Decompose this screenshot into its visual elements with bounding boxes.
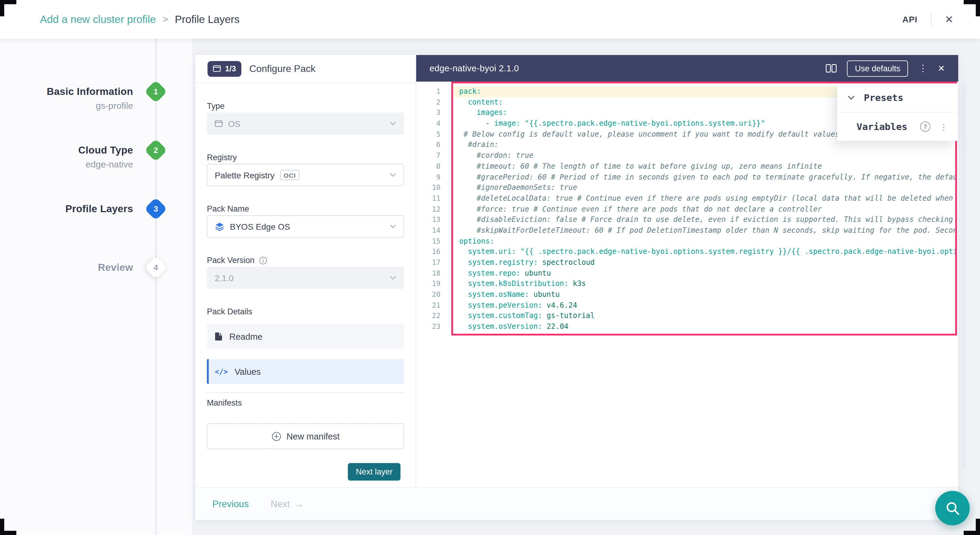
line-number: 7 [416, 151, 451, 161]
line-number: 1 [416, 86, 451, 97]
step-badge: 3 [144, 197, 167, 220]
line-number: 9 [416, 172, 451, 183]
variables-toggle[interactable]: Variables ? ⋮ [837, 113, 957, 141]
values-tab[interactable]: </> Values [207, 359, 404, 384]
code-line: #timeout: 60 # The length of time to wai… [453, 161, 955, 172]
chevron-down-icon [848, 95, 855, 100]
step-subtitle: gs-profile [6, 100, 133, 111]
help-icon[interactable]: ? [920, 122, 931, 132]
variables-label: Variables [857, 121, 907, 132]
corner-mark [964, 0, 980, 16]
corner-mark [964, 519, 980, 535]
chevron-down-icon [390, 224, 396, 229]
pack-version-label-text: Pack Version [207, 256, 255, 265]
configure-pack-title: Configure Pack [249, 63, 315, 74]
stepper-step-profile-layers[interactable]: Profile Layers3 [0, 203, 181, 242]
stepper-step-cloud-type[interactable]: Cloud Typeedge-native2 [0, 144, 181, 183]
line-number: 19 [416, 279, 451, 290]
editor-body: 1234567891011121314151617181920212223 pa… [416, 82, 958, 487]
presets-toggle[interactable]: Presets [837, 83, 957, 112]
next-layer-button[interactable]: Next layer [348, 463, 401, 481]
line-number: 12 [416, 204, 451, 214]
line-number: 11 [416, 194, 451, 204]
registry-value: Palette Registry [215, 170, 275, 180]
step-badge: 1 [144, 80, 167, 103]
editor-title: edge-native-byoi 2.1.0 [430, 64, 519, 73]
code-line: system.repo: ubuntu [453, 268, 955, 279]
wizard-footer: Previous Next → [196, 487, 958, 520]
line-number: 10 [416, 183, 451, 193]
line-number: 3 [416, 108, 451, 119]
code-line: #skipWaitForDeleteTimeout: 60 # If pod D… [453, 225, 955, 236]
pack-name-value: BYOS Edge OS [230, 222, 290, 231]
code-line: #disableEviction: false # Force drain to… [453, 215, 955, 225]
pack-version-value: 2.1.0 [215, 273, 234, 283]
new-manifest-button[interactable]: New manifest [207, 423, 404, 449]
editor-header: edge-native-byoi 2.1.0 Use defaults ⋮ ✕ [416, 55, 958, 82]
wizard-stepper: Basic Informationgs-profile1Cloud Typeed… [0, 39, 181, 534]
line-number: 4 [416, 119, 451, 129]
profile-layers-panel: 1/3 Configure Pack Type OS Registry Pale… [196, 55, 958, 520]
previous-button[interactable]: Previous [212, 498, 249, 509]
manifests-divider [207, 392, 404, 393]
code-line: #deleteLocalData: true # Continue even i… [453, 194, 955, 204]
header-divider [931, 13, 932, 26]
code-line: #force: true # Continue even if there ar… [453, 204, 955, 214]
oci-badge: OCI [280, 170, 299, 180]
breadcrumb-parent[interactable]: Add a new cluster profile [40, 13, 156, 26]
search-icon [945, 500, 960, 516]
editor-close-icon[interactable]: ✕ [938, 64, 945, 73]
registry-select[interactable]: Palette Registry OCI [207, 164, 404, 186]
kebab-menu-icon[interactable]: ⋮ [919, 63, 928, 74]
editor-actions: Use defaults ⋮ ✕ [826, 60, 945, 76]
line-number: 2 [416, 97, 451, 108]
code-line: #ignoreDaemonSets: true [453, 183, 955, 193]
configure-pack-body: Type OS Registry Palette Registry OCI Pa… [196, 83, 415, 487]
readme-tab-label: Readme [229, 332, 262, 341]
code-line: #cordon: true [453, 151, 955, 161]
step-title: Basic Information [6, 86, 133, 97]
line-number: 14 [416, 225, 451, 236]
code-line: #drain: [453, 140, 955, 151]
pack-name-label: Pack Name [207, 204, 404, 214]
next-button[interactable]: Next → [271, 498, 304, 509]
window-icon [213, 65, 221, 72]
palette-app: Add a new cluster profile > Profile Laye… [0, 0, 980, 535]
kebab-menu-icon[interactable]: ⋮ [939, 122, 948, 132]
scrollbar[interactable] [962, 82, 966, 470]
line-number: 13 [416, 215, 451, 225]
configure-pack-header: 1/3 Configure Pack [196, 55, 415, 83]
stepper-step-review[interactable]: Review4 [0, 262, 181, 300]
code-line: system.k8sDistribution: k3s [453, 279, 955, 290]
code-line: options: [453, 236, 955, 247]
chevron-down-icon [390, 173, 396, 177]
next-button-label: Next [271, 498, 290, 509]
configure-pack-card: 1/3 Configure Pack Type OS Registry Pale… [196, 55, 416, 487]
line-number: 22 [416, 311, 451, 322]
layers-icon [215, 222, 224, 231]
breadcrumb: Add a new cluster profile > Profile Laye… [0, 13, 240, 26]
step-counter-chip: 1/3 [207, 61, 241, 76]
presets-label: Presets [864, 92, 904, 103]
presets-variables-panel: Presets Variables ? ⋮ [837, 83, 957, 141]
pack-details-label: Pack Details [207, 306, 404, 317]
breadcrumb-current: Profile Layers [175, 13, 240, 26]
line-number: 18 [416, 268, 451, 279]
line-number: 15 [416, 236, 451, 247]
line-number: 8 [416, 161, 451, 172]
pack-version-select: 2.1.0 [207, 267, 404, 289]
code-line: system.osVersion: 22.04 [453, 322, 955, 332]
step-title: Cloud Type [6, 144, 133, 156]
line-number: 17 [416, 257, 451, 268]
stepper-step-basic-information[interactable]: Basic Informationgs-profile1 [0, 86, 181, 125]
api-button[interactable]: API [902, 14, 917, 24]
use-defaults-button[interactable]: Use defaults [847, 60, 908, 76]
readme-tab[interactable]: Readme [207, 324, 404, 349]
step-title: Profile Layers [6, 203, 133, 214]
step-title: Review [6, 262, 133, 273]
diff-view-icon[interactable] [826, 64, 837, 73]
close-wizard-button[interactable]: ✕ [945, 13, 954, 26]
pack-name-select[interactable]: BYOS Edge OS [207, 215, 404, 238]
corner-mark [0, 519, 16, 535]
app-header: Add a new cluster profile > Profile Laye… [0, 0, 980, 39]
